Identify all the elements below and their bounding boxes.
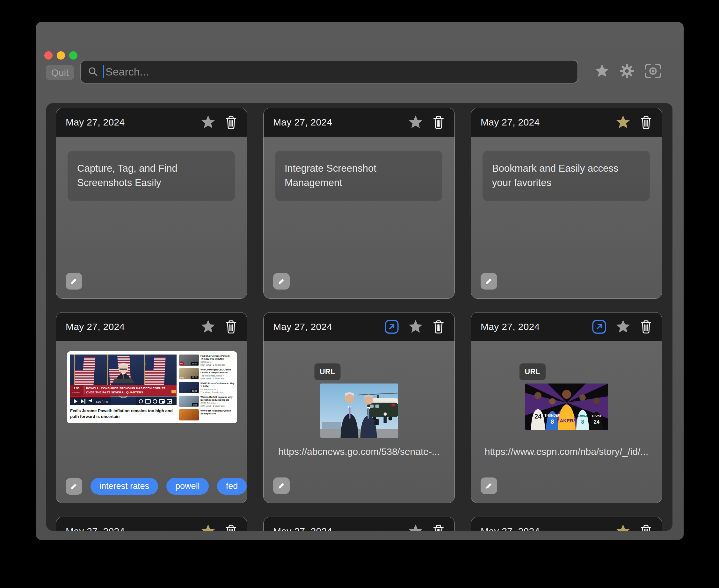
youtube-screenshot-thumbnail[interactable]: 1:53 CENTRAL POWELL: CONSUMER SPENDING H…: [67, 351, 237, 423]
pencil-icon: [277, 482, 286, 490]
zoom-window-button[interactable]: [69, 51, 78, 60]
quit-button[interactable]: Quit: [46, 65, 74, 80]
link-preview-image[interactable]: [320, 383, 398, 438]
pencil-icon: [277, 277, 286, 286]
yt-thumb-image: 12:56: [179, 368, 199, 379]
open-link-icon[interactable]: [592, 319, 607, 334]
open-link-icon[interactable]: [384, 319, 399, 334]
card-date: May 27, 2024: [480, 321, 539, 332]
svg-text:THUNDER: THUNDER: [545, 414, 560, 417]
edit-button[interactable]: [66, 478, 82, 495]
favorite-star-icon[interactable]: [408, 115, 423, 130]
verified-icon: ✓: [217, 402, 218, 404]
delete-trash-icon[interactable]: [640, 524, 652, 531]
card-header: May 27, 2024: [471, 313, 662, 341]
screenshot-capture-icon[interactable]: [644, 63, 662, 79]
tag-pill[interactable]: powell: [166, 478, 209, 495]
tag-pill[interactable]: interest rates: [90, 478, 158, 495]
yt-thumb-image: 9:35: [179, 396, 199, 407]
favorite-star-icon[interactable]: [201, 115, 216, 130]
search-icon: [87, 66, 99, 78]
app-window: Quit: [36, 22, 684, 540]
minimize-window-button[interactable]: [57, 51, 65, 60]
quit-label: Quit: [51, 67, 68, 78]
screenshot-card: May 27, 2024: [471, 312, 662, 503]
card-date: May 27, 2024: [480, 117, 539, 128]
tag-pill[interactable]: fed: [217, 478, 247, 495]
favorite-star-icon[interactable]: [408, 524, 423, 531]
card-date: May 27, 2024: [273, 321, 332, 332]
svg-text:24: 24: [594, 419, 599, 425]
edit-button[interactable]: [273, 478, 290, 494]
close-window-button[interactable]: [44, 51, 53, 60]
screenshot-card: May 27, 2024: [56, 108, 247, 299]
cards-grid: May 27, 2024: [46, 103, 673, 531]
card-header: May 27, 2024: [56, 108, 247, 136]
pencil-icon: [485, 277, 493, 286]
verified-icon: ✓: [217, 388, 218, 391]
yt-sidebar-item: Why Fast Food Has Gotten So Expensive: [179, 409, 234, 420]
screenshot-card: May 27, 2024: [471, 517, 662, 531]
settings-gear-icon[interactable]: [619, 63, 635, 79]
svg-text:CENTRAL: CENTRAL: [73, 392, 81, 393]
screenshot-card: May 27, 2024: [56, 312, 247, 503]
pencil-icon: [485, 482, 493, 490]
edit-button[interactable]: [66, 273, 82, 290]
card-header: May 27, 2024: [264, 313, 454, 341]
favorite-star-icon[interactable]: [615, 319, 631, 334]
note-box: Integrate Screenshot Management: [275, 151, 443, 201]
youtube-sidebar: 13:21 Fed Chair Jerome Powell: The 2024 …: [179, 355, 234, 420]
note-text: Capture, Tag, and Find Screenshots Easil…: [77, 163, 178, 188]
card-header: May 27, 2024: [471, 108, 662, 136]
edit-button[interactable]: [273, 273, 290, 290]
delete-trash-icon[interactable]: [225, 115, 238, 130]
toolbar-icons: [594, 63, 662, 79]
edit-button[interactable]: [480, 478, 497, 494]
favorite-star-icon[interactable]: [615, 524, 631, 531]
svg-text:OVER THE PAST SEVERAL QUARTERS: OVER THE PAST SEVERAL QUARTERS: [86, 391, 143, 394]
svg-text:POWELL: CONSUMER SPENDING HAS: POWELL: CONSUMER SPENDING HAS BEEN ROBUS…: [86, 386, 165, 390]
screenshot-card: May 27, 2024: [263, 517, 455, 531]
yt-sidebar-item: 13:21 Fed Chair Jerome Powell: The 2024 …: [179, 355, 234, 366]
card-header: May 27, 2024: [56, 517, 247, 531]
screenshot-card: May 27, 2024: [263, 312, 455, 503]
delete-trash-icon[interactable]: [225, 524, 238, 531]
delete-trash-icon[interactable]: [432, 115, 445, 130]
svg-text:1:53: 1:53: [74, 387, 79, 390]
url-text[interactable]: https://www.espn.com/nba/story/_/id/...: [471, 446, 662, 457]
svg-text:3:16 / 7:43: 3:16 / 7:43: [96, 400, 108, 403]
screenshot-card: May 27, 2024: [56, 517, 247, 531]
delete-trash-icon[interactable]: [640, 319, 652, 334]
delete-trash-icon[interactable]: [225, 319, 238, 334]
favorites-star-icon[interactable]: [594, 64, 610, 78]
delete-trash-icon[interactable]: [432, 524, 445, 531]
card-date: May 27, 2024: [480, 526, 539, 531]
pencil-icon: [70, 482, 78, 490]
edit-button[interactable]: [480, 273, 497, 290]
card-date: May 27, 2024: [66, 321, 125, 332]
favorite-star-icon[interactable]: [201, 319, 216, 334]
yt-sidebar-item: 12:56 Why JPMorgan CEO Jamie Dimon is Sk…: [179, 368, 234, 380]
screenshot-card: May 27, 2024: [263, 108, 455, 299]
favorite-star-icon[interactable]: [201, 524, 216, 531]
card-header: May 27, 2024: [471, 517, 662, 531]
note-text: Bookmark and Easily access your favorite…: [492, 163, 618, 188]
url-badge: URL: [314, 363, 341, 380]
delete-trash-icon[interactable]: [640, 115, 652, 130]
card-date: May 27, 2024: [66, 117, 125, 128]
yt-thumb-image: 13:21: [179, 355, 199, 366]
url-text[interactable]: https://abcnews.go.com/538/senate-...: [264, 446, 454, 457]
favorite-star-icon[interactable]: [615, 115, 631, 130]
svg-text:SPURS: SPURS: [592, 414, 601, 417]
delete-trash-icon[interactable]: [432, 319, 445, 334]
search-input[interactable]: [105, 66, 571, 78]
favorite-star-icon[interactable]: [408, 319, 423, 334]
card-date: May 27, 2024: [273, 117, 332, 128]
pencil-icon: [70, 277, 78, 286]
svg-text:8: 8: [581, 419, 584, 425]
yt-sidebar-item: 9:35 Warren Buffett explains why Berkshi…: [179, 396, 234, 407]
link-preview-image[interactable]: 24 THUNDER 8 LAKERS: [525, 383, 608, 430]
card-header: May 27, 2024: [264, 517, 454, 531]
search-bar[interactable]: [80, 60, 578, 83]
note-box: Bookmark and Easily access your favorite…: [482, 151, 650, 201]
